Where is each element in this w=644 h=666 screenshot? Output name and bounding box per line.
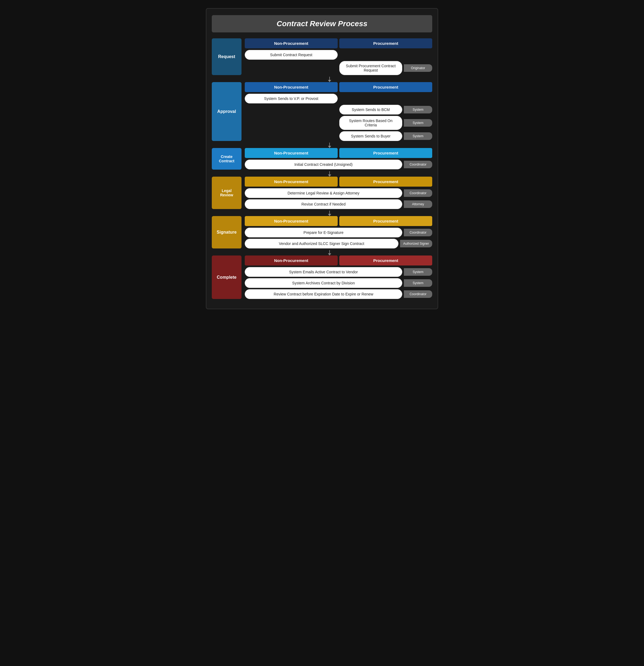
arrow-connector <box>227 171 432 177</box>
step-box: System Archives Contract by Division <box>245 278 402 288</box>
step-box: Submit Contract Request <box>245 50 338 60</box>
col-header-p-approval: Procurement <box>339 82 432 92</box>
step-item: System Sends to V.P. or Provost <box>245 94 432 103</box>
step-tag: Originator <box>404 64 432 72</box>
arrow-connector <box>227 77 432 82</box>
arrow-connector <box>227 250 432 256</box>
col-header-np-legal: Non-Procurement <box>245 177 338 187</box>
section-create-contract: CreateContract Non-Procurement Procureme… <box>212 148 432 170</box>
step-tag: Coordinator <box>404 229 432 236</box>
step-item: Review Contract before Expiration Date t… <box>245 289 432 299</box>
col-header-p-sig: Procurement <box>339 216 432 226</box>
step-tag: System <box>404 279 432 287</box>
col-header-p-request: Procurement <box>339 38 432 48</box>
content-request: Non-Procurement Procurement Submit Contr… <box>245 38 432 75</box>
step-item: System Sends to BCM System <box>245 105 432 115</box>
step-tag: Authorized Signer <box>400 240 432 247</box>
section-legal-review: LegalReview Non-Procurement Procurement … <box>212 177 432 209</box>
label-create-contract: CreateContract <box>212 148 242 170</box>
diagram-wrapper: Contract Review Process Request Non-Proc… <box>206 8 438 309</box>
step-tag: Attorney <box>404 200 432 208</box>
step-tag: System <box>404 132 432 140</box>
content-approval: Non-Procurement Procurement System Sends… <box>245 82 432 141</box>
section-complete: Complete Non-Procurement Procurement Sys… <box>212 256 432 299</box>
step-item: Vendor and Authorized SLCC Signer Sign C… <box>245 239 432 248</box>
step-item: System Routes Based On Criteria System <box>245 116 432 130</box>
label-signature: Signature <box>212 216 242 248</box>
content-complete: Non-Procurement Procurement System Email… <box>245 256 432 299</box>
step-tag: Coordinator <box>404 290 432 298</box>
title: Contract Review Process <box>217 19 427 28</box>
label-complete: Complete <box>212 256 242 299</box>
step-box: Revise Contract if Needed <box>245 199 402 209</box>
step-box: Prepare for E-Signature <box>245 228 402 238</box>
step-item: Submit Contract Request <box>245 50 432 60</box>
col-header-np-create: Non-Procurement <box>245 148 338 158</box>
section-signature: Signature Non-Procurement Procurement Pr… <box>212 216 432 248</box>
step-item: System Emails Active Contract to Vendor … <box>245 267 432 277</box>
content-signature: Non-Procurement Procurement Prepare for … <box>245 216 432 248</box>
col-header-np-complete: Non-Procurement <box>245 256 338 265</box>
label-approval: Approval <box>212 82 242 141</box>
step-box: Review Contract before Expiration Date t… <box>245 289 402 299</box>
step-box: System Sends to V.P. or Provost <box>245 94 338 103</box>
step-tag: System <box>404 268 432 276</box>
col-header-np-sig: Non-Procurement <box>245 216 338 226</box>
col-header-np-approval: Non-Procurement <box>245 82 338 92</box>
step-tag: System <box>404 106 432 113</box>
step-item: System Archives Contract by Division Sys… <box>245 278 432 288</box>
step-box: System Routes Based On Criteria <box>339 116 402 130</box>
label-legal-review: LegalReview <box>212 177 242 209</box>
col-header-p-legal: Procurement <box>339 177 432 187</box>
content-create-contract: Non-Procurement Procurement Initial Cont… <box>245 148 432 169</box>
step-item: Submit Procurement Contract Request Orig… <box>245 61 432 75</box>
section-approval: Approval Non-Procurement Procurement Sys… <box>212 82 432 141</box>
col-header-p-create: Procurement <box>339 148 432 158</box>
arrow-connector <box>227 211 432 216</box>
step-box: Determine Legal Review & Assign Attorney <box>245 188 402 198</box>
step-box: System Sends to BCM <box>339 105 402 115</box>
step-item: Revise Contract if Needed Attorney <box>245 199 432 209</box>
step-box: Initial Contract Created (Unsigned) <box>245 160 402 169</box>
step-item: Determine Legal Review & Assign Attorney… <box>245 188 432 198</box>
col-header-p-complete: Procurement <box>339 256 432 265</box>
step-box: System Sends to Buyer <box>339 131 402 141</box>
title-bar: Contract Review Process <box>212 15 432 32</box>
arrow-connector <box>227 143 432 148</box>
section-request: Request Non-Procurement Procurement Subm… <box>212 38 432 75</box>
step-tag: System <box>404 119 432 127</box>
col-header-np-request: Non-Procurement <box>245 38 338 48</box>
label-request: Request <box>212 38 242 75</box>
step-item: Initial Contract Created (Unsigned) Coor… <box>245 160 432 169</box>
content-legal-review: Non-Procurement Procurement Determine Le… <box>245 177 432 209</box>
step-item: Prepare for E-Signature Coordinator <box>245 228 432 238</box>
step-box: Submit Procurement Contract Request <box>339 61 402 75</box>
step-item: System Sends to Buyer System <box>245 131 432 141</box>
step-tag: Coordinator <box>404 161 432 168</box>
step-box: Vendor and Authorized SLCC Signer Sign C… <box>245 239 398 248</box>
step-tag: Coordinator <box>404 189 432 197</box>
step-box: System Emails Active Contract to Vendor <box>245 267 402 277</box>
